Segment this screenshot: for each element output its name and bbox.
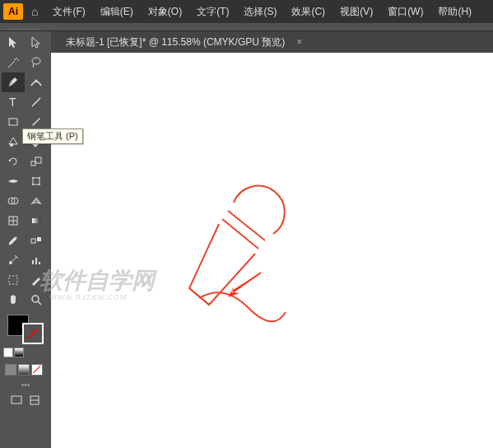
canvas-area: 未标题-1 [已恢复]* @ 115.58% (CMYK/GPU 预览) × (51, 31, 493, 448)
svg-line-33 (189, 288, 209, 305)
blend-tool[interactable] (25, 231, 48, 250)
svg-line-32 (222, 219, 258, 249)
lasso-tool[interactable] (25, 53, 48, 72)
menu-select[interactable]: 选择(S) (237, 3, 283, 21)
svg-rect-25 (9, 276, 17, 284)
scale-tool[interactable] (25, 152, 48, 171)
svg-point-12 (39, 184, 40, 185)
menu-effect[interactable]: 效果(C) (285, 3, 332, 21)
shaper-tool[interactable] (2, 132, 25, 152)
color-mode-none[interactable] (31, 364, 43, 376)
screen-mode-icon[interactable] (9, 393, 24, 408)
type-tool[interactable]: T (2, 92, 25, 112)
free-transform-tool[interactable] (25, 171, 48, 191)
swap-colors-icon[interactable] (14, 348, 24, 357)
control-bar (0, 23, 493, 31)
gradient-tool[interactable] (25, 211, 48, 231)
menu-edit[interactable]: 编辑(E) (94, 3, 140, 21)
svg-point-5 (10, 143, 13, 147)
svg-rect-22 (32, 260, 34, 264)
menu-bar: Ai ⌂ 文件(F) 编辑(E) 对象(O) 文字(T) 选择(S) 效果(C)… (0, 0, 493, 23)
menu-help[interactable]: 帮助(H) (431, 3, 478, 21)
canvas[interactable] (51, 53, 493, 448)
microphone-drawing (133, 160, 331, 349)
svg-line-34 (234, 273, 261, 292)
svg-rect-19 (31, 239, 35, 243)
document-tab-label: 未标题-1 [已恢复]* @ 115.58% (CMYK/GPU 预览) (66, 35, 285, 49)
svg-rect-20 (37, 237, 41, 241)
magic-wand-tool[interactable] (2, 53, 25, 72)
selection-tool[interactable] (2, 33, 25, 53)
close-tab-icon[interactable]: × (296, 36, 302, 48)
svg-rect-8 (33, 178, 40, 184)
svg-line-3 (32, 98, 40, 106)
column-graph-tool[interactable] (25, 250, 48, 270)
svg-rect-4 (9, 119, 17, 125)
annotation-arrow-icon (224, 268, 265, 301)
svg-rect-23 (35, 258, 37, 264)
menu-window[interactable]: 窗口(W) (381, 3, 430, 21)
svg-point-9 (32, 177, 34, 179)
toolbox-options-icon[interactable]: ••• (3, 380, 48, 390)
app-logo: Ai (3, 3, 23, 20)
hand-tool[interactable] (2, 290, 25, 310)
svg-point-0 (32, 58, 40, 64)
mesh-tool[interactable] (2, 211, 25, 231)
svg-rect-28 (12, 396, 21, 404)
svg-point-26 (32, 296, 39, 302)
color-picker-area: ••• (2, 310, 49, 414)
home-icon[interactable]: ⌂ (31, 5, 38, 18)
artboard-tool[interactable] (2, 270, 25, 290)
slice-tool[interactable] (25, 270, 48, 290)
menu-object[interactable]: 对象(O) (142, 3, 188, 21)
svg-line-31 (228, 211, 265, 240)
rotate-tool[interactable] (2, 152, 25, 171)
svg-rect-24 (39, 262, 40, 264)
width-tool[interactable] (2, 171, 25, 191)
color-mode-gradient[interactable] (18, 364, 30, 376)
document-tab-bar: 未标题-1 [已恢复]* @ 115.58% (CMYK/GPU 预览) × (51, 31, 493, 53)
menu-view[interactable]: 视图(V) (333, 3, 379, 21)
color-mode-solid[interactable] (5, 364, 16, 376)
symbol-sprayer-tool[interactable] (2, 250, 25, 270)
zoom-tool[interactable] (25, 290, 48, 310)
svg-point-11 (32, 184, 34, 185)
svg-text:T: T (9, 96, 16, 109)
toolbox: T (0, 31, 51, 448)
pen-tool[interactable] (2, 72, 25, 92)
document-tab[interactable]: 未标题-1 [已恢复]* @ 115.58% (CMYK/GPU 预览) × (66, 35, 302, 49)
svg-point-10 (39, 177, 40, 179)
edit-toolbar-icon[interactable] (27, 393, 42, 408)
default-colors-icon[interactable] (3, 348, 13, 357)
svg-rect-6 (31, 161, 35, 166)
perspective-grid-tool[interactable] (25, 191, 48, 211)
rectangle-tool[interactable] (2, 112, 25, 132)
svg-rect-18 (32, 218, 40, 223)
direct-selection-tool[interactable] (25, 33, 48, 53)
menu-file[interactable]: 文件(F) (46, 3, 91, 21)
svg-point-1 (35, 80, 38, 82)
curvature-tool[interactable] (25, 72, 48, 92)
pen-tool-tooltip: 钢笔工具 (P) (22, 128, 83, 144)
stroke-color-swatch[interactable] (22, 323, 44, 344)
svg-line-27 (38, 301, 41, 305)
eyedropper-tool[interactable] (2, 231, 25, 250)
menu-type[interactable]: 文字(T) (190, 3, 235, 21)
shape-builder-tool[interactable] (2, 191, 25, 211)
svg-point-21 (9, 261, 12, 264)
svg-rect-7 (35, 157, 41, 163)
line-segment-tool[interactable] (25, 92, 48, 112)
